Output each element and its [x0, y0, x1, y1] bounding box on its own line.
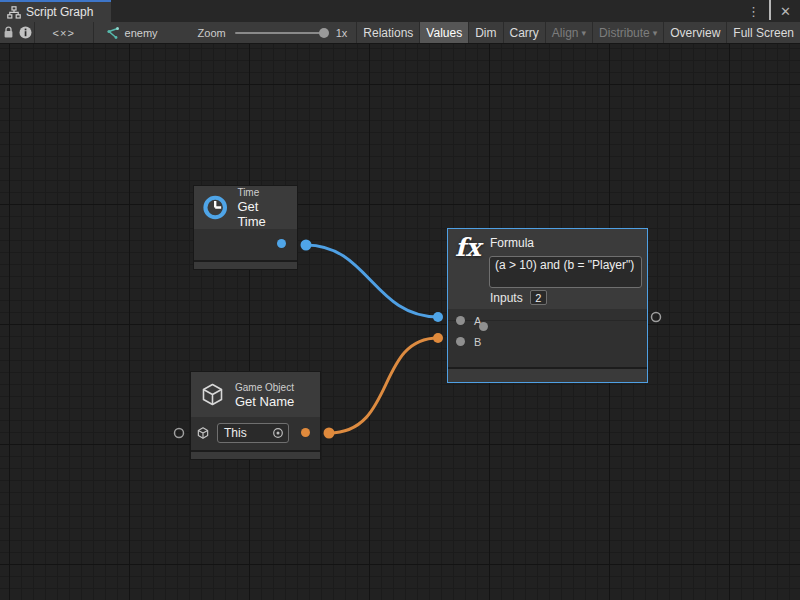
graph-name-label: enemy: [125, 27, 158, 39]
overview-button[interactable]: Overview: [663, 22, 726, 43]
getname-input-unconnected-port[interactable]: [175, 429, 184, 438]
game-object-cube-icon: [199, 381, 226, 408]
lock-button[interactable]: [0, 22, 17, 43]
relations-button[interactable]: Relations: [356, 22, 419, 43]
info-icon: [19, 26, 32, 39]
cube-small-icon: [196, 426, 210, 440]
lock-icon: [3, 26, 14, 39]
code-view-button[interactable]: <×>: [35, 22, 93, 43]
connection-time-to-formula-a[interactable]: [306, 245, 438, 317]
more-options-button[interactable]: ⋮: [747, 5, 760, 18]
node-title: Get Time: [237, 199, 289, 229]
node-title: Get Name: [235, 394, 294, 409]
maximize-icon: [769, 0, 771, 20]
get-time-body: [194, 229, 297, 258]
zoom-label: Zoom: [198, 27, 226, 39]
zoom-slider-knob[interactable]: [319, 28, 329, 38]
distribute-button[interactable]: Distribute ▾: [592, 22, 663, 43]
inputs-count-field[interactable]: 2: [530, 290, 547, 305]
graph-canvas[interactable]: Time Get Time fx Formula (a > 10) and (b…: [0, 44, 800, 600]
port-b-label: B: [474, 336, 481, 348]
info-button[interactable]: [17, 22, 34, 43]
get-time-header: Time Get Time: [194, 186, 297, 229]
connection-end-dot-blue: [433, 312, 443, 322]
node-footer: [448, 367, 647, 382]
align-button[interactable]: Align ▾: [545, 22, 592, 43]
node-category: Time: [237, 186, 289, 199]
fx-icon: fx: [455, 233, 481, 262]
formula-output-unconnected-port[interactable]: [652, 313, 661, 322]
align-label: Align: [552, 26, 579, 40]
connection-getname-to-formula-b[interactable]: [329, 338, 438, 433]
port-row-b: B: [448, 331, 647, 352]
get-name-body: This: [191, 417, 320, 448]
connections-layer: [0, 44, 800, 600]
window-close-button[interactable]: ✕: [780, 5, 791, 18]
node-footer: [191, 450, 320, 459]
inputs-label: Inputs: [490, 291, 523, 305]
fullscreen-button[interactable]: Full Screen: [726, 22, 800, 43]
formula-ports: A B: [448, 309, 647, 367]
getname-output-port[interactable]: [301, 428, 310, 437]
connection-end-dot-orange: [433, 333, 443, 343]
carry-button[interactable]: Carry: [503, 22, 545, 43]
zoom-slider[interactable]: [235, 32, 327, 34]
get-name-node[interactable]: Game Object Get Name This: [190, 371, 321, 460]
formula-node[interactable]: fx Formula (a > 10) and (b = "Player") I…: [447, 228, 648, 383]
title-bar: Script Graph ⋮ ✕: [0, 0, 800, 22]
target-object-field[interactable]: This: [217, 423, 289, 443]
window-maximize-button[interactable]: [769, 2, 771, 20]
script-graph-tab[interactable]: Script Graph: [0, 0, 111, 22]
node-title: Formula: [490, 236, 534, 250]
formula-output-port[interactable]: [479, 322, 488, 331]
dim-button[interactable]: Dim: [468, 22, 502, 43]
formula-input-b-port[interactable]: [456, 337, 465, 346]
connection-start-dot-orange: [324, 428, 335, 439]
formula-expression-field[interactable]: (a > 10) and (b = "Player"): [489, 256, 642, 288]
port-row-a: A: [448, 310, 647, 331]
zoom-value: 1x: [336, 27, 348, 39]
get-time-node[interactable]: Time Get Time: [193, 185, 298, 270]
graph-hierarchy-icon: [7, 6, 21, 19]
formula-header: fx Formula (a > 10) and (b = "Player") I…: [448, 229, 647, 309]
chevron-down-icon: ▾: [653, 28, 658, 38]
chevron-down-icon: ▾: [582, 28, 587, 38]
formula-input-a-port[interactable]: [456, 316, 465, 325]
get-name-header: Game Object Get Name: [191, 372, 320, 417]
distribute-label: Distribute: [599, 26, 650, 40]
graph-toolbar: <×> enemy Zoom 1x Relations Values Dim C…: [0, 22, 800, 44]
object-picker-icon[interactable]: [272, 427, 284, 439]
target-object-value: This: [218, 426, 272, 440]
connection-start-dot-blue: [301, 240, 312, 251]
tab-label: Script Graph: [26, 5, 93, 19]
clock-icon: [202, 194, 228, 221]
time-output-port[interactable]: [277, 239, 286, 248]
graph-breadcrumb[interactable]: enemy: [94, 22, 168, 43]
node-footer: [194, 260, 297, 269]
values-button[interactable]: Values: [419, 22, 468, 43]
graph-asset-icon: [106, 27, 119, 39]
toolbar-button-group: Relations Values Dim Carry Align ▾ Distr…: [356, 22, 800, 43]
node-category: Game Object: [235, 381, 294, 394]
